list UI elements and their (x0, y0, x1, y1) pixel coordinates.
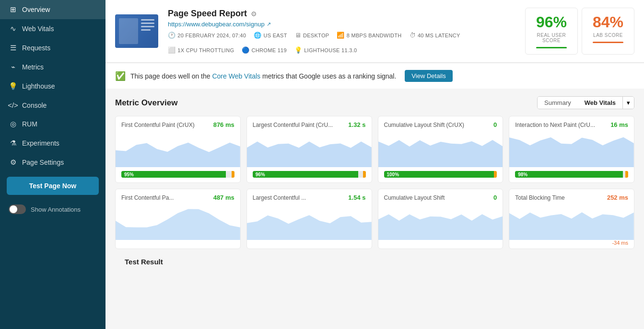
metric-name: First Contentful Paint (CrUX) (121, 122, 211, 128)
chart-svg (116, 204, 240, 240)
bar-fill: 100% (384, 171, 494, 178)
annotations-label: Show Annotations (31, 206, 81, 213)
sidebar-item-rum[interactable]: ◎ RUM (0, 114, 105, 134)
metric-name: Cumulative Layout Shift (384, 194, 491, 201)
sidebar-item-requests[interactable]: ☰ Requests (0, 38, 105, 57)
device-value: DESKTOP (303, 33, 329, 38)
rum-icon: ◎ (9, 120, 17, 128)
settings-gear-icon[interactable]: ⚙ (251, 10, 257, 18)
metric-value: 1.32 s (348, 121, 365, 128)
header-card: Page Speed Report ⚙ https://www.debugbea… (105, 0, 644, 63)
metric-bar-row: 96% (247, 167, 372, 182)
lighthouse-value: LIGHTHOUSE 11.3.0 (304, 47, 357, 53)
real-user-score-label: REAL USERSCORE (536, 33, 567, 43)
overview-icon: ⊞ (9, 5, 17, 14)
experiments-icon: ⚗ (9, 139, 17, 147)
metric-header: Largest Contentful Paint (CrU... 1.32 s (247, 116, 372, 131)
webvitals-dropdown-button[interactable]: ▾ (622, 97, 634, 109)
meta-bandwidth: 📶 8 MBPS BANDWIDTH (337, 32, 401, 39)
metric-value: 876 ms (213, 121, 234, 128)
console-icon: </> (9, 101, 17, 109)
real-user-score-card: 96% REAL USERSCORE (525, 8, 578, 55)
metric-value: 252 ms (607, 194, 628, 201)
sidebar-item-label: Page Settings (22, 159, 64, 166)
lab-metric-card[interactable]: First Contentful Pa... 487 ms (115, 189, 241, 249)
bandwidth-icon: 📶 (337, 32, 344, 39)
chart-svg (509, 204, 634, 240)
crux-metrics-grid: First Contentful Paint (CrUX) 876 ms 95%… (115, 116, 634, 183)
banner-text2: metrics that Google uses as a ranking si… (262, 72, 396, 80)
sidebar-item-experiments[interactable]: ⚗ Experiments (0, 134, 105, 153)
sidebar-item-web-vitals[interactable]: ∿ Web Vitals (0, 19, 105, 38)
metric-value: 16 ms (610, 121, 628, 128)
page-url-link[interactable]: https://www.debugbear.com/signup (168, 21, 265, 28)
real-user-score-value: 96% (536, 14, 567, 31)
view-details-button[interactable]: View Details (405, 70, 452, 82)
meta-cpu: ⬜ 1X CPU THROTTLING (168, 46, 234, 54)
metric-name: Interaction to Next Paint (CrU... (515, 122, 608, 128)
test-page-button[interactable]: Test Page Now (7, 177, 99, 195)
sidebar-item-label: Metrics (22, 63, 44, 71)
crux-metric-card[interactable]: Cumulative Layout Shift (CrUX) 0 100% (378, 116, 503, 183)
chart-svg (509, 131, 634, 167)
metric-chart (247, 131, 372, 167)
show-annotations-row: Show Annotations (0, 200, 105, 219)
web-vitals-icon: ∿ (9, 24, 17, 33)
meta-device: 🖥 DESKTOP (295, 32, 329, 39)
annotations-toggle[interactable] (9, 204, 26, 214)
bar-label: 98% (515, 172, 527, 177)
metric-name: Largest Contentful ... (253, 194, 346, 201)
bar-label: 96% (253, 172, 265, 177)
latency-value: 40 MS LATENCY (418, 33, 460, 38)
meta-row: 🕐 20 FEBRUARY 2024, 07:40 🌐 US EAST 🖥 DE… (168, 32, 512, 54)
bar-fill: 98% (515, 171, 623, 178)
lab-score-label: LAB SCORE (593, 33, 623, 38)
meta-date: 🕐 20 FEBRUARY 2024, 07:40 (168, 32, 246, 39)
webvitals-view-button[interactable]: Web Vitals (578, 97, 622, 109)
external-link-icon: ↗ (267, 21, 271, 27)
real-user-score-bar (536, 47, 567, 48)
sidebar-item-overview[interactable]: ⊞ Overview (0, 0, 105, 19)
latency-icon: ⏱ (410, 32, 416, 39)
metric-name: Cumulative Layout Shift (CrUX) (384, 122, 491, 128)
metrics-icon: ⌁ (9, 63, 17, 71)
lab-metric-card[interactable]: Largest Contentful ... 1.54 s (246, 189, 372, 249)
requests-icon: ☰ (9, 44, 17, 52)
meta-lighthouse: 💡 LIGHTHOUSE 11.3.0 (294, 46, 357, 54)
crux-metric-card[interactable]: Interaction to Next Paint (CrU... 16 ms … (509, 116, 634, 183)
metric-chart (509, 204, 634, 240)
metric-header: Total Blocking Time 252 ms (509, 189, 634, 204)
bar-label: 95% (121, 172, 134, 177)
thumb-lines (141, 19, 154, 31)
metric-header: Cumulative Layout Shift 0 (378, 189, 503, 204)
metric-bar-row: 98% (509, 167, 634, 182)
browser-icon: 🔵 (242, 46, 249, 54)
main-content: Page Speed Report ⚙ https://www.debugbea… (105, 0, 644, 329)
meta-latency: ⏱ 40 MS LATENCY (410, 32, 460, 39)
sidebar-item-page-settings[interactable]: ⚙ Page Settings (0, 153, 105, 172)
metric-value: 0 (493, 121, 497, 128)
page-url-row: https://www.debugbear.com/signup ↗ (168, 21, 512, 28)
metric-chart (378, 204, 503, 240)
bar-end-marker (363, 171, 366, 178)
metric-value: 487 ms (213, 194, 234, 201)
chart-svg (378, 204, 503, 240)
globe-icon: 🌐 (254, 32, 261, 39)
header-info: Page Speed Report ⚙ https://www.debugbea… (168, 9, 512, 54)
test-result-label: Test Result (115, 256, 634, 266)
crux-metric-card[interactable]: First Contentful Paint (CrUX) 876 ms 95% (115, 116, 241, 183)
metric-chart (509, 131, 634, 167)
lab-metric-card[interactable]: Total Blocking Time 252 ms -34 ms (509, 189, 634, 249)
sidebar-item-label: Console (22, 102, 47, 109)
metrics-header: Metric Overview Summary Web Vitals ▾ (115, 96, 634, 109)
metrics-section-title: Metric Overview (115, 98, 177, 108)
lab-metric-card[interactable]: Cumulative Layout Shift 0 (378, 189, 503, 249)
summary-view-button[interactable]: Summary (538, 97, 578, 109)
metric-bar-row: 100% (378, 167, 503, 182)
core-web-vitals-link[interactable]: Core Web Vitals (212, 72, 260, 80)
crux-metric-card[interactable]: Largest Contentful Paint (CrU... 1.32 s … (246, 116, 372, 183)
sidebar-item-metrics[interactable]: ⌁ Metrics (0, 57, 105, 77)
sidebar-item-console[interactable]: </> Console (0, 96, 105, 114)
sidebar-item-lighthouse[interactable]: 💡 Lighthouse (0, 77, 105, 96)
date-value: 20 FEBRUARY 2024, 07:40 (177, 33, 246, 38)
